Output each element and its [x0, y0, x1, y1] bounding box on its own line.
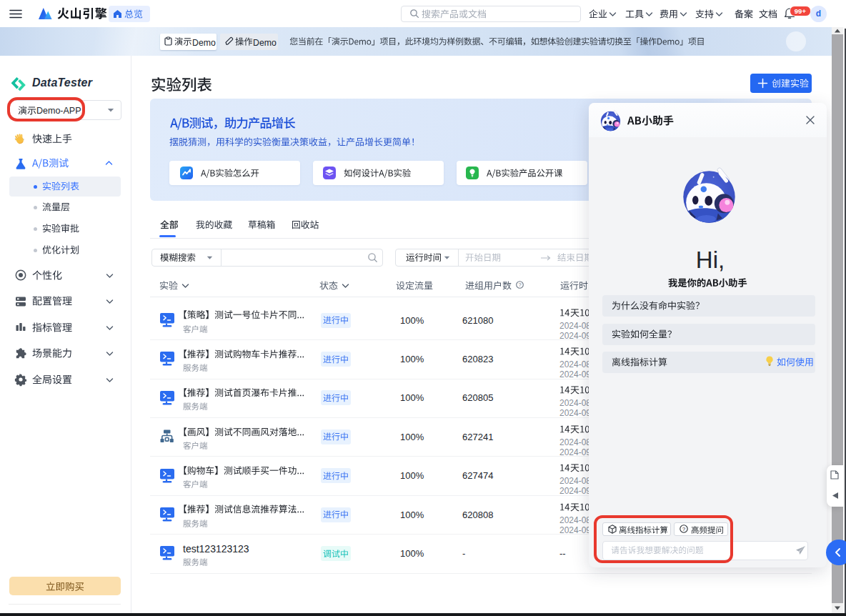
svg-text:?: ?: [518, 282, 521, 288]
